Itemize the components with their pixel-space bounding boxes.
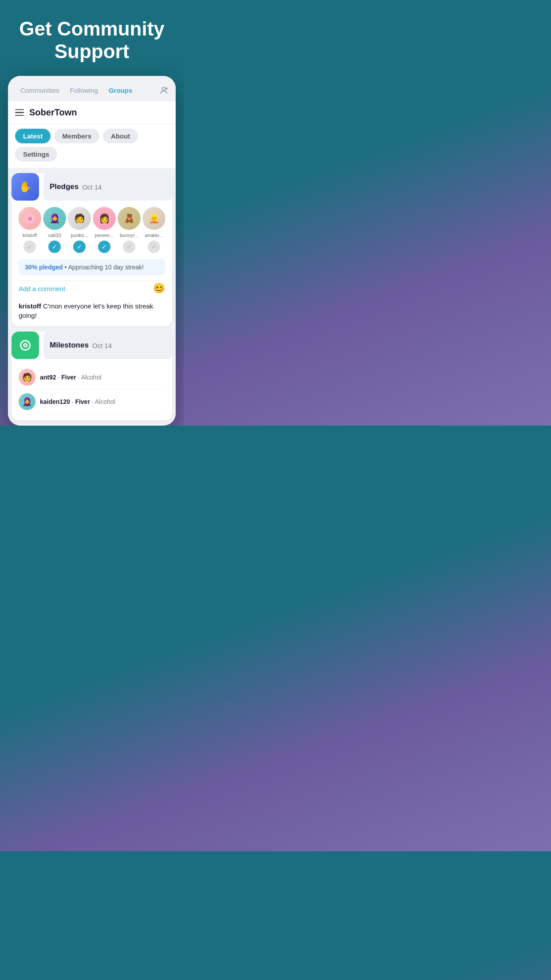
- check-checked: ✓: [98, 241, 110, 253]
- member-name: anakki...: [143, 233, 165, 238]
- pledges-card: ✋ Pledges Oct 14 🌸 kristoff ✓: [12, 173, 172, 326]
- milestone-info: kaiden120 · Fiver · Alcohol: [40, 398, 115, 405]
- avatar: 🌸: [19, 207, 41, 230]
- pledges-icon: ✋: [12, 173, 39, 201]
- list-item: 🧑 punks... ✓: [68, 207, 91, 253]
- svg-point-0: [162, 87, 165, 90]
- milestone-badge: Fiver: [75, 398, 90, 405]
- avatar: 👱: [142, 207, 165, 230]
- avatar: 👩: [93, 207, 116, 230]
- milestone-type: Alcohol: [81, 374, 102, 381]
- list-item: 👱 anakki... ✓: [143, 207, 165, 253]
- comment-placeholder[interactable]: Add a comment: [19, 285, 65, 292]
- pledge-stat: 30% pledged • Approaching 10 day streak!: [19, 259, 165, 275]
- milestone-user: kaiden120: [40, 398, 70, 405]
- avatar: 🧑: [68, 207, 91, 230]
- milestones-card: Milestones Oct 14 🧑 ant92 · Fiver · Alco…: [12, 332, 172, 420]
- tab-groups[interactable]: Groups: [103, 83, 138, 98]
- avatar: 🧸: [118, 207, 141, 230]
- milestones-date: Oct 14: [92, 342, 112, 349]
- pledge-percent: 30% pledged: [25, 264, 63, 271]
- member-name: penem...: [93, 233, 115, 238]
- pledge-description: • Approaching 10 day streak!: [64, 264, 143, 271]
- pledges-body: 🌸 kristoff ✓ 🧕 cali33 ✓: [12, 201, 172, 326]
- avatar: 🧑: [19, 369, 35, 386]
- member-name: bunnyr...: [118, 233, 140, 238]
- check-unchecked: ✓: [24, 241, 36, 253]
- milestone-type: Alcohol: [95, 398, 115, 405]
- list-item: 🧸 bunnyr... ✓: [118, 207, 140, 253]
- member-name: punks...: [68, 233, 91, 238]
- pledges-avatars: 🌸 kristoff ✓ 🧕 cali33 ✓: [19, 207, 165, 253]
- tab-communities[interactable]: Communities: [15, 83, 65, 98]
- group-name: SoberTown: [29, 107, 77, 118]
- comment: kristoff C'mon everyone let's keep this …: [19, 301, 165, 320]
- avatar: 🧕: [19, 393, 35, 410]
- list-item: 🧕 cali33 ✓: [43, 207, 66, 253]
- tab-settings[interactable]: Settings: [15, 147, 57, 162]
- avatar: 🧕: [43, 207, 66, 230]
- milestone-badge: Fiver: [61, 374, 76, 381]
- hero-title: Get Community Support: [0, 0, 184, 76]
- menu-icon[interactable]: [15, 109, 24, 116]
- milestones-title-area: Milestones Oct 14: [43, 332, 172, 359]
- phone-card: Communities Following Groups SoberTown L…: [8, 76, 176, 426]
- milestones-type-label: Milestones: [50, 341, 89, 350]
- svg-point-3: [21, 341, 30, 350]
- add-user-button[interactable]: [159, 86, 169, 95]
- pledges-type-label: Pledges: [50, 182, 79, 191]
- member-name: kristoff: [19, 233, 41, 238]
- list-item: 🌸 kristoff ✓: [19, 207, 41, 253]
- svg-point-4: [24, 344, 27, 347]
- nav-tabs: Communities Following Groups: [8, 76, 176, 101]
- feed: ✋ Pledges Oct 14 🌸 kristoff ✓: [8, 168, 176, 426]
- list-item: 🧕 kaiden120 · Fiver · Alcohol: [19, 390, 165, 414]
- group-header: SoberTown: [8, 101, 176, 124]
- list-item: 🧑 ant92 · Fiver · Alcohol: [19, 365, 165, 390]
- check-unchecked: ✓: [148, 241, 160, 253]
- tab-following[interactable]: Following: [65, 83, 103, 98]
- pledges-title-area: Pledges Oct 14: [43, 173, 172, 201]
- pledges-date: Oct 14: [82, 183, 102, 191]
- emoji-icon[interactable]: 😊: [153, 283, 165, 294]
- milestone-info: ant92 · Fiver · Alcohol: [40, 374, 102, 381]
- milestone-user: ant92: [40, 374, 56, 381]
- tab-members[interactable]: Members: [54, 129, 99, 143]
- check-checked: ✓: [48, 241, 61, 253]
- tab-about[interactable]: About: [103, 129, 138, 143]
- member-name: cali33: [43, 233, 66, 238]
- check-unchecked: ✓: [123, 241, 135, 253]
- milestones-icon: [12, 332, 39, 359]
- comment-input-row[interactable]: Add a comment 😊: [19, 281, 165, 298]
- list-item: 👩 penem... ✓: [93, 207, 115, 253]
- check-checked: ✓: [73, 241, 86, 253]
- milestones-body: 🧑 ant92 · Fiver · Alcohol 🧕 kaiden120 ·: [12, 359, 172, 420]
- sub-tabs: Latest Members About Settings: [8, 124, 176, 168]
- tab-latest[interactable]: Latest: [15, 129, 51, 143]
- comment-author: kristoff: [19, 302, 41, 310]
